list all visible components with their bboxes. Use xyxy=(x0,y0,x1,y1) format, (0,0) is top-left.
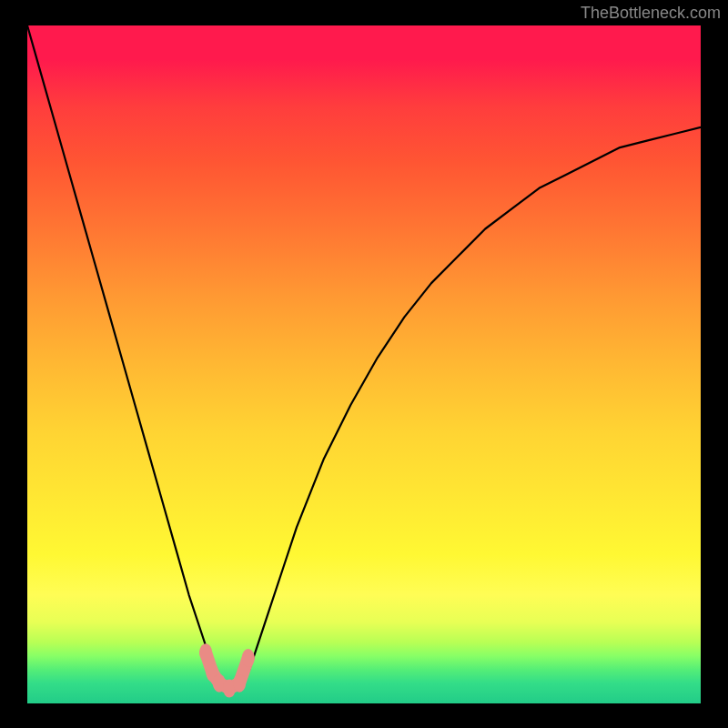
marker-dot xyxy=(242,649,255,667)
marker-dot xyxy=(233,674,246,693)
data-markers xyxy=(199,643,255,697)
curve-line xyxy=(27,25,701,690)
marker-dot xyxy=(199,643,212,662)
plot-area xyxy=(27,25,701,703)
chart-svg xyxy=(27,25,701,703)
chart-container: TheBottleneck.com xyxy=(0,0,728,728)
watermark-text: TheBottleneck.com xyxy=(581,4,721,23)
